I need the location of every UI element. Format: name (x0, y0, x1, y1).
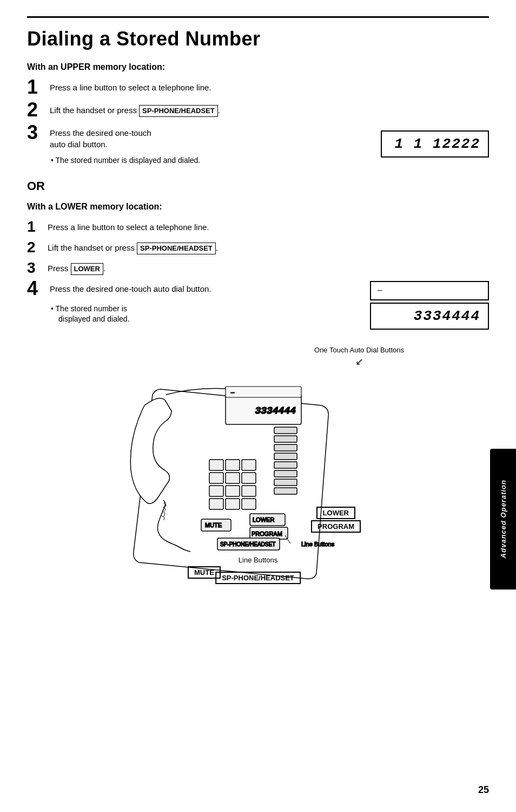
step-row: 3 Press the desired one-touchauto dial b… (27, 125, 381, 150)
step4-area: 4 Press the desired one-touch auto dial … (27, 281, 489, 330)
step-number-3: 3 (27, 123, 50, 142)
step-number-1: 1 (27, 77, 50, 97)
lower-display-area: — 3334444 (370, 281, 489, 330)
svg-rect-15 (209, 473, 223, 483)
svg-rect-11 (274, 488, 297, 494)
program-button-label: PROGRAM (311, 520, 361, 534)
step-row: 1 Press a line button to select a teleph… (27, 80, 489, 97)
svg-rect-12 (209, 460, 223, 470)
svg-text:3334444: 3334444 (255, 405, 296, 416)
step-number-l1: 1 (27, 219, 48, 234)
step-text-3: Press the desired one-touchauto dial but… (50, 125, 381, 150)
one-touch-label: One Touch Auto Dial Buttons ↙ (314, 346, 404, 368)
upper-display-screen: 1 1 12222 (381, 130, 489, 158)
step-number-l3: 3 (27, 260, 48, 276)
step-number-2: 2 (27, 100, 50, 120)
step-row: 4 Press the desired one-touch auto dial … (27, 281, 370, 298)
svg-rect-22 (226, 499, 240, 509)
svg-rect-7 (274, 453, 297, 460)
page-number: 25 (478, 784, 489, 796)
page-container: Dialing a Stored Number With an UPPER me… (0, 0, 516, 812)
step-text-2: Lift the handset or press SP-PHONE/HEADS… (50, 102, 489, 117)
lower-display-screen: 3334444 (370, 303, 489, 330)
line-buttons-label: Line Buttons (239, 556, 277, 564)
svg-rect-21 (209, 499, 223, 509)
svg-rect-10 (274, 479, 297, 486)
lower-section: With a LOWER memory location: 1 Press a … (27, 202, 489, 591)
svg-rect-14 (242, 460, 256, 470)
upper-section: With an UPPER memory location: 1 Press a… (27, 62, 489, 169)
svg-rect-2 (226, 387, 301, 397)
svg-text:—: — (230, 390, 235, 396)
phone-svg-container: One Touch Auto Dial Buttons ↙ 3334444 (117, 340, 399, 591)
svg-text:Line Buttons: Line Buttons (301, 541, 335, 547)
bullet-1: The stored number is displayed and diale… (50, 155, 381, 166)
step3-area: 3 Press the desired one-touchauto dial b… (27, 125, 489, 169)
step-row: 3 Press LOWER. (27, 260, 489, 276)
lower-button-inline: LOWER (71, 263, 103, 275)
upper-display-area: 1 1 12222 (381, 130, 489, 158)
svg-rect-9 (274, 470, 297, 477)
svg-rect-5 (274, 436, 297, 442)
svg-rect-4 (274, 427, 297, 434)
lower-section-heading: With a LOWER memory location: (27, 202, 489, 212)
svg-rect-18 (209, 486, 223, 496)
svg-text:PROGRAM: PROGRAM (252, 531, 282, 537)
page-title: Dialing a Stored Number (27, 28, 489, 50)
svg-rect-8 (274, 462, 297, 468)
svg-rect-19 (226, 486, 240, 496)
upper-section-heading: With an UPPER memory location: (27, 62, 489, 72)
phone-svg: 3334444 — (117, 362, 377, 590)
step-text-l1: Press a line button to select a telephon… (48, 219, 489, 233)
sp-phone-headset-label: SP-PHONE/HEADSET (215, 572, 301, 586)
svg-rect-17 (242, 473, 256, 483)
step-row: 1 Press a line button to select a teleph… (27, 219, 489, 234)
bullet-2: The stored number isdisplayed and dialed… (50, 304, 370, 325)
svg-text:SP-PHONE/HEADSET: SP-PHONE/HEADSET (220, 541, 275, 547)
step-text-1: Press a line button to select a telephon… (50, 80, 489, 93)
step-number-l4: 4 (27, 279, 50, 298)
step-row: 2 Lift the handset or press SP-PHONE/HEA… (27, 102, 489, 120)
sp-phone-headset-button-lower: SP-PHONE/HEADSET (137, 243, 216, 254)
step-text-l4: Press the desired one-touch auto dial bu… (50, 281, 370, 294)
side-tab: Advanced Operation (490, 449, 516, 590)
top-border (27, 16, 489, 18)
lower-display-top: — (370, 281, 489, 300)
or-divider: OR (27, 179, 489, 193)
step-number-l2: 2 (27, 240, 48, 255)
svg-rect-6 (274, 444, 297, 451)
step3-left: 3 Press the desired one-touchauto dial b… (27, 125, 381, 169)
svg-text:MUTE: MUTE (205, 522, 222, 528)
svg-text:LOWER: LOWER (253, 516, 274, 523)
step-text-l2: Lift the handset or press SP-PHONE/HEADS… (48, 240, 489, 254)
lower-button-label: LOWER (316, 507, 355, 521)
side-tab-text: Advanced Operation (499, 480, 507, 558)
sp-phone-headset-button-upper: SP-PHONE/HEADSET (139, 105, 218, 117)
step-row: 2 Lift the handset or press SP-PHONE/HEA… (27, 240, 489, 255)
phone-diagram-area: One Touch Auto Dial Buttons ↙ 3334444 (27, 340, 489, 591)
svg-rect-13 (226, 460, 240, 470)
step-text-l3: Press LOWER. (48, 260, 489, 275)
svg-rect-20 (242, 486, 256, 496)
svg-rect-16 (226, 473, 240, 483)
svg-rect-23 (242, 499, 256, 509)
step4-left: 4 Press the desired one-touch auto dial … (27, 281, 370, 328)
